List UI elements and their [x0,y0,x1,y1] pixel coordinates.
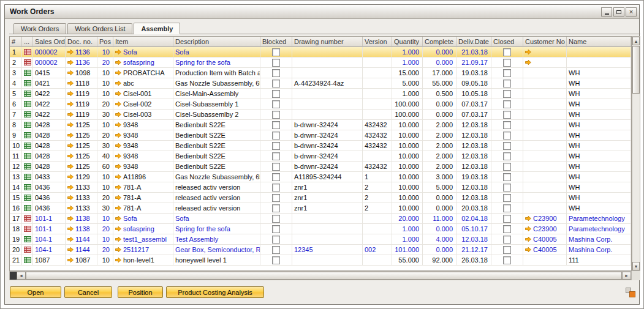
drawing-number-cell[interactable]: A-44234924-4az [292,78,363,89]
closed-checkbox[interactable] [503,142,511,150]
close-button[interactable]: × [626,7,637,17]
drawing-number-cell[interactable] [292,224,363,234]
name-cell[interactable]: WH [567,193,631,203]
row-number[interactable]: 20 [10,245,22,255]
doc-no-cell[interactable]: 1125 [66,120,97,130]
minimize-button[interactable] [601,7,612,17]
version-cell[interactable]: 2 [363,203,392,214]
link-arrow-icon[interactable] [115,80,121,86]
closed-checkbox[interactable] [503,90,511,98]
name-cell[interactable]: WH [567,172,631,182]
pos-cell[interactable]: 10 [97,255,113,266]
customer-no-cell[interactable] [523,141,567,151]
complete-cell[interactable]: 0.500 [423,89,456,99]
scroll-up-button[interactable]: ▲ [632,37,640,45]
row-number[interactable]: 16 [10,203,22,214]
blocked-checkbox[interactable] [272,215,280,223]
name-cell[interactable]: Mashina Corp. [567,234,631,245]
drawing-number-cell[interactable] [292,214,363,224]
version-cell[interactable] [363,89,392,99]
blocked-checkbox[interactable] [272,256,280,264]
link-arrow-icon[interactable] [67,236,74,242]
row-number[interactable]: 15 [10,193,22,203]
quantity-cell[interactable]: 1.000 [392,58,423,68]
name-cell[interactable]: WH [567,110,631,120]
closed-checkbox[interactable] [503,246,511,254]
link-arrow-icon[interactable] [67,59,74,65]
drawing-number-cell[interactable]: znr1 [292,193,363,203]
sales-order-cell[interactable]: 0415 [33,68,66,78]
tab-work-orders-list[interactable]: Work Orders List [67,23,132,34]
pos-cell[interactable]: 10 [97,214,113,224]
item-cell[interactable]: hon-level1 [113,255,173,266]
doc-no-cell[interactable]: 1136 [66,47,97,58]
quantity-cell[interactable]: 20.000 [392,214,423,224]
column-header-sales-order[interactable]: Sales Order [33,37,66,47]
description-cell[interactable]: Gear Box, Semiconductor, Rhx [173,245,260,255]
customer-no-cell[interactable] [523,68,567,78]
link-arrow-icon[interactable] [67,195,74,201]
description-cell[interactable]: Sofa [173,47,260,58]
sales-order-cell[interactable]: 104-1 [33,234,66,245]
closed-checkbox[interactable] [503,111,511,119]
complete-cell[interactable]: 0.000 [423,58,456,68]
column-header-item[interactable]: Item [113,37,173,47]
customer-no-cell[interactable]: C40005 [523,234,567,245]
column-header-drawing-number[interactable]: Drawing number [292,37,363,47]
version-cell[interactable]: 432432 [363,120,392,130]
link-arrow-icon[interactable] [525,59,531,65]
closed-checkbox[interactable] [503,256,511,264]
doc-no-cell[interactable]: 1087 [66,255,97,266]
sales-order-cell[interactable]: 0428 [33,120,66,130]
name-cell[interactable]: WH [567,162,631,172]
closed-checkbox[interactable] [503,163,511,171]
description-cell[interactable]: honeywell level 1 [173,255,260,266]
name-cell[interactable]: WH [567,89,631,99]
link-arrow-icon[interactable] [67,226,74,232]
vertical-scrollbar[interactable]: ▲ ▼ [632,36,640,271]
quantity-cell[interactable]: 10.000 [392,182,423,193]
doc-no-cell[interactable]: 1125 [66,141,97,151]
sales-order-cell[interactable]: 0422 [33,99,66,110]
description-cell[interactable]: Cisel-Subassemlby 2 [173,110,260,120]
quantity-cell[interactable]: 1.000 [392,234,423,245]
quantity-cell[interactable]: 10.000 [392,130,423,141]
complete-cell[interactable]: 0.000 [423,110,456,120]
link-arrow-icon[interactable] [67,80,74,86]
sales-order-cell[interactable]: 0433 [33,172,66,182]
customer-no-cell[interactable] [523,255,567,266]
drawing-number-cell[interactable]: znr1 [292,182,363,193]
quantity-cell[interactable]: 5.000 [392,78,423,89]
row-number[interactable]: 7 [10,110,22,120]
pos-cell[interactable]: 10 [97,234,113,245]
pos-cell[interactable]: 20 [97,224,113,234]
link-arrow-icon[interactable] [67,257,74,263]
item-cell[interactable]: 781-A [113,203,173,214]
complete-cell[interactable]: 0.000 [423,203,456,214]
item-cell[interactable]: abc [113,78,173,89]
name-cell[interactable]: Mashina Corp. [567,245,631,255]
description-cell[interactable]: Production Item with Batch aut [173,68,260,78]
description-cell[interactable]: Gas Nozzle Subassembly, 65-50 [173,78,260,89]
position-button[interactable]: Position [118,286,163,298]
complete-cell[interactable]: 17.000 [423,68,456,78]
complete-cell[interactable]: 2.000 [423,162,456,172]
drawing-number-cell[interactable]: znr1 [292,203,363,214]
link-arrow-icon[interactable] [115,70,121,76]
name-cell[interactable]: WH [567,99,631,110]
column-header-name[interactable]: Name [567,37,631,47]
item-cell[interactable]: 9348 [113,130,173,141]
link-arrow-icon[interactable] [67,205,74,211]
quantity-cell[interactable]: 15.000 [392,68,423,78]
sales-order-cell[interactable]: 0436 [33,182,66,193]
deliv-date-cell[interactable]: 26.03.18 [456,255,491,266]
column-header-closed[interactable]: Closed [491,37,523,47]
doc-no-cell[interactable]: 1129 [66,172,97,182]
item-cell[interactable]: A11896 [113,172,173,182]
pos-cell[interactable]: 10 [97,182,113,193]
link-arrow-icon[interactable] [525,226,531,232]
pos-cell[interactable]: 20 [97,58,113,68]
link-arrow-icon[interactable] [115,195,121,201]
column-header-version[interactable]: Version [363,37,392,47]
link-arrow-icon[interactable] [115,143,121,149]
